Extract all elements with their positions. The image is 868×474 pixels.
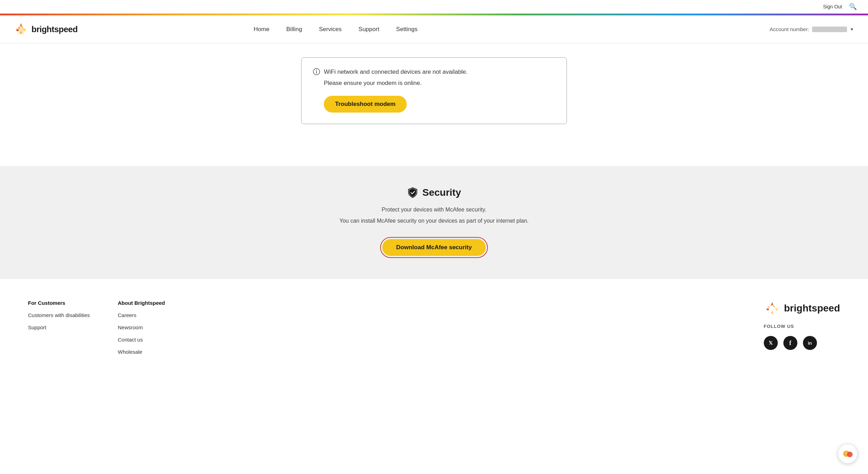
linkedin-icon[interactable]: in [803, 336, 817, 350]
nav-settings[interactable]: Settings [396, 26, 418, 33]
twitter-icon[interactable]: 𝕏 [764, 336, 778, 350]
security-desc2: You can install McAfee security on your … [7, 216, 861, 225]
logo-text: brightspeed [31, 24, 78, 34]
footer-follow-label: FOLLOW US [764, 324, 840, 329]
footer-logo: brightspeed [764, 300, 840, 317]
security-title: Security [422, 187, 461, 198]
search-icon[interactable]: 🔍 [849, 3, 857, 10]
footer-link-disabilities[interactable]: Customers with disabilities [28, 312, 90, 318]
footer-brand: brightspeed FOLLOW US 𝕏 f in [764, 300, 840, 355]
account-number [812, 27, 847, 32]
footer-inner: For Customers Customers with disabilitie… [28, 300, 840, 355]
nav-billing[interactable]: Billing [286, 26, 302, 33]
footer: For Customers Customers with disabilitie… [0, 279, 868, 369]
account-section: Account number: ▼ [770, 26, 854, 32]
social-icons: 𝕏 f in [764, 336, 840, 350]
footer-link-careers[interactable]: Careers [118, 312, 165, 318]
footer-col2-heading: About Brightspeed [118, 300, 165, 306]
footer-link-support[interactable]: Support [28, 324, 90, 330]
footer-col-about: About Brightspeed Careers Newsroom Conta… [118, 300, 165, 355]
svg-point-2 [316, 70, 317, 70]
nav-services[interactable]: Services [319, 26, 342, 33]
footer-col-customers: For Customers Customers with disabilitie… [28, 300, 90, 355]
footer-col1-heading: For Customers [28, 300, 90, 306]
download-btn-wrap: Download McAfee security [380, 237, 488, 258]
security-section: Security Protect your devices with McAfe… [0, 166, 868, 279]
sign-out-link[interactable]: Sign Out [823, 4, 842, 9]
security-desc1: Protect your devices with McAfee securit… [7, 205, 861, 214]
top-bar: Sign Out 🔍 [0, 0, 868, 14]
download-mcafee-button[interactable]: Download McAfee security [382, 239, 486, 256]
main-content: WiFi network and connected devices are n… [277, 43, 591, 166]
header: brightspeed Home Billing Services Suppor… [0, 15, 868, 43]
logo-icon [14, 22, 28, 36]
warning-text-primary: WiFi network and connected devices are n… [324, 67, 468, 77]
main-nav: Home Billing Services Support Settings [254, 26, 418, 33]
footer-logo-text: brightspeed [784, 303, 840, 314]
footer-link-wholesale[interactable]: Wholesale [118, 349, 165, 355]
logo[interactable]: brightspeed [14, 22, 78, 36]
footer-link-newsroom[interactable]: Newsroom [118, 324, 165, 330]
warning-text-secondary: Please ensure your modem is online. [324, 79, 555, 88]
nav-home[interactable]: Home [254, 26, 269, 33]
troubleshoot-modem-button[interactable]: Troubleshoot modem [324, 96, 407, 113]
account-chevron-icon[interactable]: ▼ [850, 27, 854, 32]
security-title-row: Security [7, 187, 861, 198]
facebook-icon[interactable]: f [783, 336, 797, 350]
account-label: Account number: [770, 26, 809, 32]
footer-link-contact[interactable]: Contact us [118, 337, 165, 343]
nav-support[interactable]: Support [358, 26, 379, 33]
warning-box: WiFi network and connected devices are n… [301, 57, 567, 124]
shield-icon [407, 187, 418, 198]
info-icon [313, 68, 320, 76]
warning-message: WiFi network and connected devices are n… [313, 67, 555, 77]
footer-logo-icon [764, 300, 781, 317]
